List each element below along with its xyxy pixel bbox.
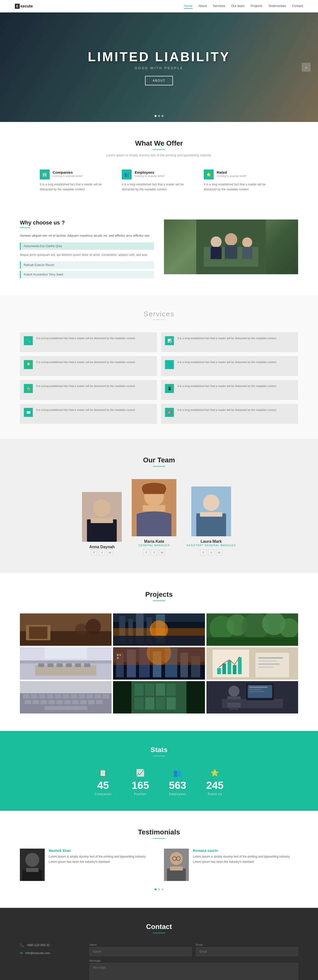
maria-facebook[interactable]: f	[143, 549, 149, 556]
hero-dot-3[interactable]	[161, 115, 163, 117]
projects-title: Projects	[20, 590, 298, 598]
svg-rect-73	[233, 665, 237, 674]
stat-rated-num: 245	[206, 780, 224, 791]
companies-icon: 🏢	[40, 169, 50, 180]
svg-rect-51	[75, 663, 81, 667]
svg-rect-18	[196, 513, 226, 536]
logo-text: xecute	[20, 4, 33, 8]
laura-twitter[interactable]: t	[208, 549, 214, 556]
offer-title: What We Offer	[20, 139, 298, 147]
svg-rect-107	[134, 684, 144, 696]
service-icon-5: 🔒	[24, 384, 33, 393]
why-img-inner	[164, 220, 298, 274]
testimonial-1-text: Lorem ipsum is simply dummy text of the …	[49, 854, 154, 864]
testimonial-dot-2[interactable]	[158, 888, 160, 891]
maria-linkedin[interactable]: in	[159, 549, 165, 556]
team-card-maria: Maria Kate GENERAL MANAGER f t in	[132, 479, 176, 556]
why-desc: Aenean aliquet nec mi et lacinia. Aliqua…	[20, 233, 154, 239]
contact-underline	[153, 933, 165, 933]
phone-icon: 📞	[20, 943, 24, 947]
nav-services[interactable]: Services	[213, 4, 225, 9]
service-item-5: 🔒 It is a long established fact that a r…	[20, 380, 157, 400]
anna-linkedin[interactable]: in	[107, 549, 113, 556]
svg-rect-133	[26, 868, 38, 872]
nav-home[interactable]: Home	[184, 4, 193, 9]
laura-facebook[interactable]: f	[200, 549, 206, 556]
service-icon-2: 📊	[165, 336, 174, 345]
why-item-1[interactable]: Assumenda Est Clarihe Quia	[20, 242, 154, 250]
svg-rect-86	[55, 694, 62, 698]
maria-twitter[interactable]: t	[151, 549, 157, 556]
svg-rect-102	[96, 700, 103, 704]
team-card-anna: Anna Daynah f t in	[82, 492, 122, 556]
svg-rect-96	[48, 700, 55, 704]
laura-role: ASSISTANT GENERAL MANAGER	[186, 544, 236, 547]
service-text-4: It is a long established fact that a rea…	[177, 360, 276, 364]
email-input[interactable]	[196, 947, 298, 956]
contact-form: Name Email Message Submit	[89, 943, 298, 980]
contact-phone: +880-120-460-32	[27, 943, 49, 947]
anna-twitter[interactable]: t	[99, 549, 105, 556]
project-5[interactable]	[113, 647, 205, 679]
employees-title: Employees	[134, 170, 164, 175]
service-item-6: 📱 It is a long established fact that a r…	[161, 380, 298, 400]
project-4[interactable]	[20, 647, 112, 679]
project-7[interactable]	[20, 681, 112, 713]
project-6[interactable]	[206, 647, 298, 679]
why-left: Why choose us ? Aenean aliquet nec mi et…	[20, 220, 154, 280]
project-9[interactable]	[206, 681, 298, 713]
team-underline	[153, 466, 165, 467]
testimonial-1-photo	[20, 849, 45, 881]
svg-rect-83	[31, 694, 38, 698]
nav-about[interactable]: About	[198, 4, 207, 9]
svg-rect-97	[56, 700, 63, 704]
svg-rect-100	[80, 700, 87, 704]
offer-cards: 🏢 Companies Coming to popular belief It …	[20, 169, 298, 192]
svg-rect-47	[38, 663, 44, 667]
hero-about-button[interactable]: ABOUT	[145, 76, 172, 85]
nav-testimonials[interactable]: Testimonials	[268, 4, 286, 9]
why-item-3[interactable]: Autent Acusanteur Terry Saed	[20, 271, 154, 278]
hero-next-arrow[interactable]: ›	[302, 63, 310, 72]
name-input[interactable]	[89, 947, 192, 956]
why-item-2[interactable]: Ratioait Euleum Rerum	[20, 261, 154, 269]
svg-rect-87	[63, 694, 69, 698]
message-input[interactable]	[89, 963, 298, 980]
svg-rect-137	[170, 867, 183, 870]
nav-team[interactable]: Our team	[231, 4, 245, 9]
stat-position-label: Position	[132, 792, 149, 796]
why-title: Why choose us ?	[20, 220, 154, 226]
project-3[interactable]	[206, 613, 298, 646]
project-1[interactable]	[20, 613, 112, 646]
anna-facebook[interactable]: f	[91, 549, 97, 556]
svg-rect-52	[84, 663, 90, 667]
nav-projects[interactable]: Projects	[251, 4, 263, 9]
maria-socials: f t in	[132, 549, 176, 556]
service-text-5: It is a long established fact that a rea…	[36, 384, 135, 388]
service-text-2: It is a long established fact that a rea…	[177, 336, 276, 341]
stat-companies-icon: 📋	[94, 769, 112, 777]
testimonial-dot-3[interactable]	[161, 888, 163, 891]
project-8[interactable]	[113, 681, 205, 713]
service-icon-6: 📱	[165, 384, 174, 393]
contact-email: info@execute.com	[25, 951, 50, 955]
hero-dot-1[interactable]	[155, 115, 157, 117]
testimonial-dots	[20, 888, 298, 891]
nav-contact[interactable]: Contact	[292, 4, 303, 9]
service-item-8: 🎯 It is a long established fact that a r…	[161, 404, 298, 424]
project-2[interactable]	[113, 613, 205, 646]
testimonial-2-name: Romana nasrin	[193, 849, 298, 853]
offer-card-employees: 👥 Employees Coming to popular belief It …	[122, 169, 196, 192]
svg-rect-76	[258, 657, 283, 659]
logo[interactable]: E xecute	[15, 4, 33, 9]
svg-rect-127	[225, 700, 245, 703]
stat-companies: 📋 45 Companies	[94, 769, 112, 796]
stat-position-icon: 📈	[132, 769, 149, 777]
laura-linkedin[interactable]: in	[216, 549, 222, 556]
stat-companies-num: 45	[94, 780, 112, 791]
testimonial-dot-1[interactable]	[155, 888, 157, 891]
stat-employees-num: 563	[169, 780, 186, 791]
hero-dot-2[interactable]	[158, 115, 160, 117]
svg-rect-94	[32, 700, 39, 704]
svg-rect-93	[24, 700, 31, 704]
